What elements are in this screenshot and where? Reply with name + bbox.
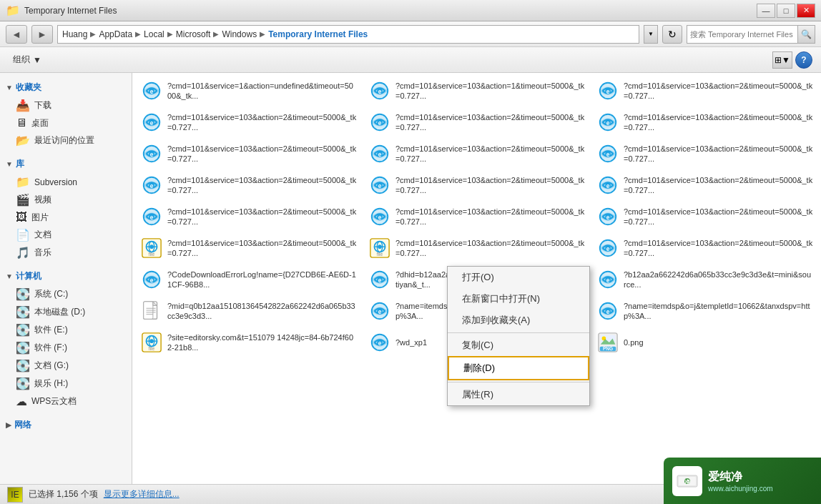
- path-segment-local: Local: [144, 29, 164, 39]
- svg-point-70: [378, 244, 382, 249]
- help-button[interactable]: ?: [795, 51, 812, 69]
- address-dropdown[interactable]: ▼: [644, 25, 658, 44]
- file-type-icon: e: [140, 111, 163, 134]
- sidebar-section-library[interactable]: ▼ 库: [0, 155, 132, 173]
- sidebar-section-favorites[interactable]: ▼ 收藏夹: [0, 79, 132, 97]
- context-properties[interactable]: 属性(R): [448, 384, 589, 405]
- sidebar-item-wps[interactable]: ☁ WPS云文档: [0, 392, 132, 410]
- file-item[interactable]: e ?cmd=101&service=103&action=2&timeout=…: [135, 170, 362, 200]
- organize-button[interactable]: 组织 ▼: [9, 51, 46, 69]
- sidebar-item-e[interactable]: 💽 软件 (E:): [0, 321, 132, 339]
- drive-f-icon: 💽: [16, 341, 30, 355]
- address-path[interactable]: Huang ▶ AppData ▶ Local ▶ Microsoft ▶ Wi…: [57, 25, 639, 44]
- minimize-button[interactable]: —: [757, 4, 775, 18]
- file-type-icon: e: [368, 300, 391, 322]
- file-name: ?cmd=101&service=103&action=2&timeout=50…: [624, 144, 813, 164]
- sidebar-item-d[interactable]: 💽 本地磁盘 (D:): [0, 303, 132, 321]
- context-copy[interactable]: 复制(C): [448, 335, 589, 356]
- file-item[interactable]: e ?cmd=101&service=103&action=2&timeout=…: [135, 107, 362, 137]
- svg-text:e: e: [378, 277, 382, 284]
- file-item[interactable]: e ?cmd=101&service=103&action=2&timeout=…: [363, 139, 590, 169]
- back-button[interactable]: ◄: [6, 25, 27, 44]
- sidebar-item-subversion[interactable]: 📁 Subversion: [0, 173, 132, 191]
- file-item[interactable]: e ?cmd=101&service=103&action=2&timeout=…: [591, 202, 818, 232]
- drive-c-icon: 💽: [16, 287, 30, 301]
- sidebar-section-network[interactable]: ▶ 网络: [0, 416, 132, 434]
- refresh-button[interactable]: ↻: [662, 25, 682, 44]
- file-item[interactable]: file ?cmd=101&service=103&action=2&timeo…: [135, 233, 362, 263]
- sidebar-item-documents[interactable]: 📄 文档: [0, 226, 132, 244]
- sidebar-subversion-label: Subversion: [34, 177, 77, 187]
- sidebar-item-download[interactable]: 📥 下载: [0, 97, 132, 114]
- file-name: ?cmd=101&service=103&action=2&timeout=50…: [395, 112, 585, 133]
- file-item[interactable]: PNG 0.png: [591, 327, 818, 357]
- file-item[interactable]: e ?cmd=101&service=103&action=2&timeout=…: [363, 107, 590, 137]
- context-sep-1: [448, 332, 589, 333]
- file-item[interactable]: e ?cmd=101&service=103&action=2&timeout=…: [591, 170, 818, 200]
- file-type-icon: e: [596, 142, 619, 165]
- context-open[interactable]: 打开(O): [448, 267, 589, 288]
- file-item[interactable]: e ?cmd=101&service=1&action=undefined&ti…: [135, 76, 362, 106]
- status-selected-count: 已选择 1,156 个项: [29, 488, 98, 500]
- file-item[interactable]: e ?cmd=101&service=103&action=2&timeout=…: [135, 202, 362, 232]
- sidebar-item-recent[interactable]: 📂 最近访问的位置: [0, 132, 132, 149]
- network-label: 网络: [14, 419, 31, 431]
- sidebar-item-g[interactable]: 💽 文档 (G:): [0, 357, 132, 375]
- file-type-icon: file: [140, 237, 163, 260]
- file-item[interactable]: e ?cmd=101&service=103&action=2&timeout=…: [591, 139, 818, 169]
- main-layout: ▼ 收藏夹 📥 下载 🖥 桌面 📂 最近访问的位置 ▼ 库 📁 Subversi…: [0, 73, 821, 484]
- file-type-icon: e: [368, 268, 391, 291]
- search-input[interactable]: [687, 30, 797, 39]
- context-open-new-window[interactable]: 在新窗口中打开(N): [448, 288, 589, 310]
- forward-button[interactable]: ►: [31, 25, 53, 44]
- file-item[interactable]: ?mid=q0b12aa151081364542822a662242d6a065…: [135, 296, 362, 326]
- file-type-icon: e: [368, 331, 391, 354]
- toolbar-right: ⊞▼ ?: [772, 51, 812, 69]
- sidebar-item-pictures[interactable]: 🖼 图片: [0, 209, 132, 226]
- sidebar-divider-3: [0, 410, 132, 416]
- sidebar-item-music[interactable]: 🎵 音乐: [0, 244, 132, 262]
- file-item[interactable]: e ?cmd=101&service=103&action=2&timeout=…: [363, 202, 590, 232]
- file-type-icon: e: [140, 142, 163, 165]
- status-more-info[interactable]: 显示更多详细信息...: [104, 488, 180, 500]
- maximize-button[interactable]: □: [777, 4, 795, 18]
- svg-text:e: e: [378, 214, 382, 221]
- file-item[interactable]: e ?cmd=101&service=103&action=2&timeout=…: [591, 107, 818, 137]
- file-item[interactable]: e ?b12aa2a662242d6a065b33cc3e9c3d3e&t=mi…: [591, 265, 818, 295]
- file-item[interactable]: e ?cmd=101&service=103&action=2&timeout=…: [591, 76, 818, 106]
- search-button[interactable]: 🔍: [797, 26, 815, 43]
- file-type-icon: e: [596, 237, 619, 260]
- download-icon: 📥: [16, 99, 30, 112]
- file-item[interactable]: e ?cmd=101&service=103&action=2&timeout=…: [135, 139, 362, 169]
- sidebar-item-video[interactable]: 🎬 视频: [0, 191, 132, 209]
- file-type-icon: e: [596, 79, 619, 102]
- file-item[interactable]: e ?CodeDownloadErrorLog!name={D27CDB6E-A…: [135, 265, 362, 295]
- file-item[interactable]: e ?cmd=101&service=103&action=1&timeout=…: [363, 76, 590, 106]
- svg-text:e: e: [150, 151, 154, 158]
- close-button[interactable]: ✕: [797, 4, 815, 18]
- view-button[interactable]: ⊞▼: [772, 51, 792, 69]
- svg-text:e: e: [606, 245, 610, 252]
- file-item[interactable]: file ?cmd=101&service=103&action=2&timeo…: [363, 233, 590, 263]
- sidebar-item-h[interactable]: 💽 娱乐 (H:): [0, 375, 132, 392]
- window-title: Temporary Internet Files: [24, 6, 117, 16]
- drive-g-icon: 💽: [16, 359, 30, 372]
- sidebar-item-desktop[interactable]: 🖥 桌面: [0, 114, 132, 132]
- context-add-favorites[interactable]: 添加到收藏夹(A): [448, 310, 589, 331]
- file-item[interactable]: e ?cmd=101&service=103&action=2&timeout=…: [591, 233, 818, 263]
- file-type-icon: e: [140, 174, 163, 197]
- file-item[interactable]: e ?cmd=101&service=103&action=2&timeout=…: [363, 170, 590, 200]
- desktop-icon: 🖥: [16, 117, 27, 129]
- file-type-icon: e: [596, 300, 619, 322]
- svg-text:e: e: [606, 151, 610, 158]
- address-bar: ◄ ► Huang ▶ AppData ▶ Local ▶ Microsoft …: [0, 21, 821, 47]
- context-delete[interactable]: 删除(D): [448, 356, 589, 380]
- sidebar-item-f[interactable]: 💽 软件 (F:): [0, 339, 132, 357]
- sidebar-item-c[interactable]: 💽 系统 (C:): [0, 285, 132, 303]
- svg-text:e: e: [606, 308, 610, 315]
- title-bar: 📁 Temporary Internet Files — □ ✕: [0, 0, 821, 21]
- window-icon: 📁: [6, 4, 20, 17]
- file-item[interactable]: e ?name=itemdsp&o=j&templetId=10662&tanx…: [591, 296, 818, 326]
- sidebar-section-computer[interactable]: ▼ 计算机: [0, 267, 132, 285]
- file-item[interactable]: file ?site=editorsky.com&t=151079 14248j…: [135, 327, 362, 357]
